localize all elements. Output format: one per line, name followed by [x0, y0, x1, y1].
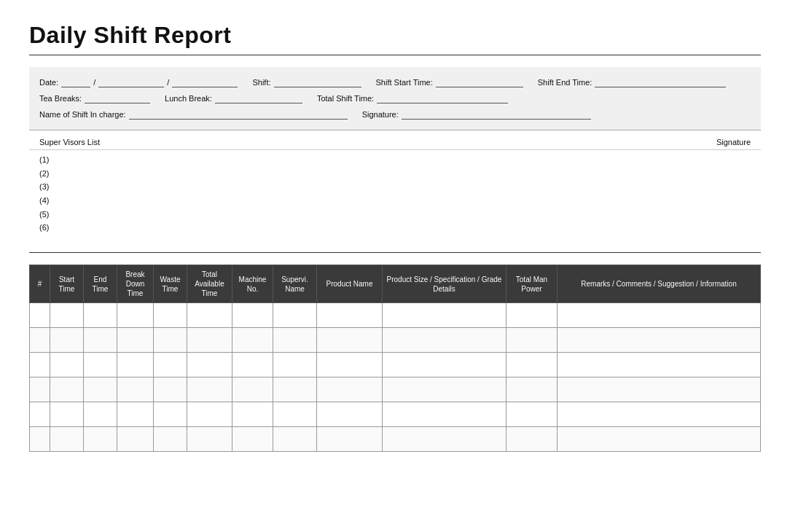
supervisor-item-6: (6) — [39, 221, 751, 235]
cell-break-1[interactable] — [117, 303, 154, 328]
cell-avail-3[interactable] — [187, 353, 232, 378]
col-header-product: Product Name — [317, 265, 383, 303]
cell-remarks-5[interactable] — [558, 402, 761, 427]
name-input[interactable] — [129, 109, 348, 120]
date-sep2: / — [167, 78, 169, 87]
cell-avail-2[interactable] — [187, 328, 232, 353]
cell-machine-1[interactable] — [232, 303, 273, 328]
cell-start-3[interactable] — [50, 353, 84, 378]
date-sep1: / — [93, 78, 95, 87]
date-year-input[interactable] — [172, 77, 238, 87]
supervisor-item-3: (3) — [39, 180, 751, 194]
signature-field: Signature: — [362, 109, 591, 120]
shift-label: Shift: — [252, 78, 270, 87]
cell-supervi-2[interactable] — [273, 328, 317, 353]
cell-start-1[interactable] — [50, 303, 84, 328]
cell-product-1[interactable] — [317, 303, 383, 328]
cell-end-4[interactable] — [84, 378, 117, 402]
cell-start-4[interactable] — [50, 378, 84, 402]
cell-avail-6[interactable] — [187, 427, 232, 452]
cell-spec-2[interactable] — [383, 328, 507, 353]
shift-end-input[interactable] — [595, 77, 726, 87]
cell-manpower-2[interactable] — [507, 328, 558, 353]
shift-end-label: Shift End Time: — [538, 78, 592, 87]
cell-spec-1[interactable] — [383, 303, 507, 328]
cell-supervi-5[interactable] — [273, 402, 317, 427]
cell-waste-5[interactable] — [154, 402, 187, 427]
cell-avail-1[interactable] — [187, 303, 232, 328]
cell-supervi-4[interactable] — [273, 378, 317, 402]
cell-manpower-4[interactable] — [507, 378, 558, 402]
cell-manpower-1[interactable] — [507, 303, 558, 328]
supervisors-signature-label: Signature — [716, 138, 751, 146]
cell-end-2[interactable] — [84, 328, 117, 353]
shift-start-input[interactable] — [436, 77, 523, 87]
cell-product-2[interactable] — [317, 328, 383, 353]
total-shift-label: Total Shift Time: — [317, 94, 374, 103]
cell-waste-4[interactable] — [154, 378, 187, 402]
cell-remarks-2[interactable] — [558, 328, 761, 353]
lunch-break-input[interactable] — [215, 93, 302, 103]
cell-remarks-6[interactable] — [558, 427, 761, 452]
cell-machine-5[interactable] — [232, 402, 273, 427]
cell-product-6[interactable] — [317, 427, 383, 452]
cell-supervi-1[interactable] — [273, 303, 317, 328]
cell-break-5[interactable] — [117, 402, 154, 427]
cell-break-2[interactable] — [117, 328, 154, 353]
cell-machine-3[interactable] — [232, 353, 273, 378]
cell-hash-5[interactable] — [30, 402, 50, 427]
cell-break-4[interactable] — [117, 378, 154, 402]
cell-spec-3[interactable] — [383, 353, 507, 378]
cell-break-3[interactable] — [117, 353, 154, 378]
date-day-input[interactable] — [61, 77, 90, 87]
cell-hash-3[interactable] — [30, 353, 50, 378]
cell-waste-1[interactable] — [154, 303, 187, 328]
cell-end-5[interactable] — [84, 402, 117, 427]
cell-avail-4[interactable] — [187, 378, 232, 402]
shift-input[interactable] — [274, 77, 361, 87]
cell-end-6[interactable] — [84, 427, 117, 452]
cell-machine-2[interactable] — [232, 328, 273, 353]
cell-product-5[interactable] — [317, 402, 383, 427]
cell-waste-3[interactable] — [154, 353, 187, 378]
date-month-input[interactable] — [98, 77, 164, 87]
cell-spec-6[interactable] — [383, 427, 507, 452]
cell-hash-4[interactable] — [30, 378, 50, 402]
total-shift-input[interactable] — [377, 93, 508, 103]
cell-machine-6[interactable] — [232, 427, 273, 452]
tea-breaks-input[interactable] — [85, 93, 150, 103]
cell-waste-2[interactable] — [154, 328, 187, 353]
cell-hash-2[interactable] — [30, 328, 50, 353]
col-header-man-power: Total Man Power — [507, 265, 558, 303]
shift-start-field: Shift Start Time: — [376, 77, 523, 87]
cell-remarks-1[interactable] — [558, 303, 761, 328]
lunch-break-label: Lunch Break: — [165, 94, 212, 103]
cell-machine-4[interactable] — [232, 378, 273, 402]
cell-manpower-5[interactable] — [507, 402, 558, 427]
info-row-2: Tea Breaks: Lunch Break: Total Shift Tim… — [39, 90, 751, 106]
cell-break-6[interactable] — [117, 427, 154, 452]
cell-end-3[interactable] — [84, 353, 117, 378]
cell-spec-5[interactable] — [383, 402, 507, 427]
cell-start-6[interactable] — [50, 427, 84, 452]
cell-supervi-6[interactable] — [273, 427, 317, 452]
cell-start-2[interactable] — [50, 328, 84, 353]
cell-spec-4[interactable] — [383, 378, 507, 402]
supervisors-list-label: Super Visors List — [39, 138, 100, 146]
cell-remarks-4[interactable] — [558, 378, 761, 402]
cell-start-5[interactable] — [50, 402, 84, 427]
cell-manpower-6[interactable] — [507, 427, 558, 452]
report-table: # Start Time End Time Break Down Time Wa… — [29, 265, 761, 452]
supervisor-item-4: (4) — [39, 194, 751, 208]
cell-manpower-3[interactable] — [507, 353, 558, 378]
signature-input[interactable] — [402, 109, 591, 120]
cell-remarks-3[interactable] — [558, 353, 761, 378]
cell-avail-5[interactable] — [187, 402, 232, 427]
cell-end-1[interactable] — [84, 303, 117, 328]
cell-supervi-3[interactable] — [273, 353, 317, 378]
cell-hash-1[interactable] — [30, 303, 50, 328]
cell-hash-6[interactable] — [30, 427, 50, 452]
cell-waste-6[interactable] — [154, 427, 187, 452]
cell-product-3[interactable] — [317, 353, 383, 378]
cell-product-4[interactable] — [317, 378, 383, 402]
